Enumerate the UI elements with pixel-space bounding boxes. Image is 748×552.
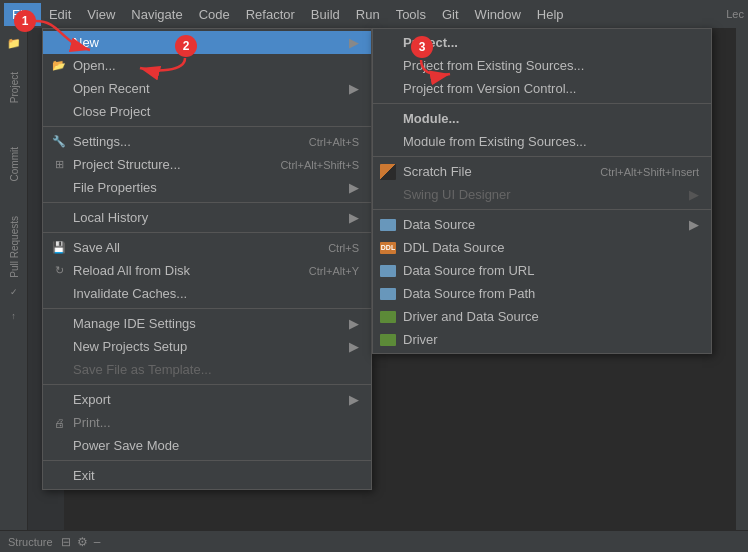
local-history-arrow-icon: ▶	[349, 210, 359, 225]
reload-icon: ↻	[49, 264, 69, 277]
driver-icon	[379, 334, 399, 346]
new-separator-1	[373, 103, 711, 104]
new-menu-driver-and-ds[interactable]: Driver and Data Source	[373, 305, 711, 328]
separator-6	[43, 460, 371, 461]
data-source-url-icon	[379, 265, 399, 277]
manage-ide-arrow-icon: ▶	[349, 316, 359, 331]
file-menu-save-all[interactable]: 💾 Save All Ctrl+S	[43, 236, 371, 259]
file-menu-print[interactable]: 🖨 Print...	[43, 411, 371, 434]
annotation-2: 2	[175, 35, 197, 57]
file-menu-power-save[interactable]: Power Save Mode	[43, 434, 371, 457]
new-menu-project-vcs[interactable]: Project from Version Control...	[373, 77, 711, 100]
open-icon: 📂	[49, 59, 69, 72]
new-menu-module-existing[interactable]: Module from Existing Sources...	[373, 130, 711, 153]
file-menu-file-properties[interactable]: File Properties ▶	[43, 176, 371, 199]
file-props-arrow-icon: ▶	[349, 180, 359, 195]
new-menu-ddl-data-source[interactable]: DDL DDL Data Source	[373, 236, 711, 259]
separator-3	[43, 232, 371, 233]
ddl-data-source-icon: DDL	[379, 242, 399, 254]
data-source-icon	[379, 219, 399, 231]
separator-4	[43, 308, 371, 309]
new-projects-arrow-icon: ▶	[349, 339, 359, 354]
data-source-path-icon	[379, 288, 399, 300]
file-menu-open-recent[interactable]: Open Recent ▶	[43, 77, 371, 100]
new-separator-3	[373, 209, 711, 210]
settings-icon: 🔧	[49, 135, 69, 148]
file-menu-exit[interactable]: Exit	[43, 464, 371, 487]
file-menu-local-history[interactable]: Local History ▶	[43, 206, 371, 229]
save-icon: 💾	[49, 241, 69, 254]
file-menu-open[interactable]: 📂 Open...	[43, 54, 371, 77]
annotation-1: 1	[14, 10, 36, 32]
recent-arrow-icon: ▶	[349, 81, 359, 96]
file-menu-project-structure[interactable]: ⊞ Project Structure... Ctrl+Alt+Shift+S	[43, 153, 371, 176]
new-menu-swing-ui: Swing UI Designer ▶	[373, 183, 711, 206]
new-menu-driver[interactable]: Driver	[373, 328, 711, 351]
new-separator-2	[373, 156, 711, 157]
driver-ds-icon	[379, 311, 399, 323]
separator-1	[43, 126, 371, 127]
new-menu-data-source[interactable]: Data Source ▶	[373, 213, 711, 236]
file-menu-settings[interactable]: 🔧 Settings... Ctrl+Alt+S	[43, 130, 371, 153]
separator-2	[43, 202, 371, 203]
new-arrow-icon: ▶	[349, 35, 359, 50]
new-submenu-dropdown: Project... Project from Existing Sources…	[372, 28, 712, 354]
swing-arrow-icon: ▶	[689, 187, 699, 202]
new-menu-data-source-url[interactable]: Data Source from URL	[373, 259, 711, 282]
scratch-file-icon	[379, 164, 399, 180]
annotation-3: 3	[411, 36, 433, 58]
project-structure-icon: ⊞	[49, 158, 69, 171]
new-menu-data-source-path[interactable]: Data Source from Path	[373, 282, 711, 305]
new-menu-scratch-file[interactable]: Scratch File Ctrl+Alt+Shift+Insert	[373, 160, 711, 183]
file-menu-save-as-template: Save File as Template...	[43, 358, 371, 381]
menu-overlay: New ▶ 📂 Open... Open Recent ▶ Close Proj…	[0, 0, 748, 552]
data-source-arrow-icon: ▶	[689, 217, 699, 232]
file-menu-invalidate[interactable]: Invalidate Caches...	[43, 282, 371, 305]
file-menu-dropdown: New ▶ 📂 Open... Open Recent ▶ Close Proj…	[42, 28, 372, 490]
file-menu-export[interactable]: Export ▶	[43, 388, 371, 411]
new-menu-module[interactable]: Module...	[373, 107, 711, 130]
file-menu-reload[interactable]: ↻ Reload All from Disk Ctrl+Alt+Y	[43, 259, 371, 282]
file-menu-new[interactable]: New ▶	[43, 31, 371, 54]
file-menu-close-project[interactable]: Close Project	[43, 100, 371, 123]
export-arrow-icon: ▶	[349, 392, 359, 407]
print-icon: 🖨	[49, 417, 69, 429]
file-menu-new-projects-setup[interactable]: New Projects Setup ▶	[43, 335, 371, 358]
separator-5	[43, 384, 371, 385]
file-menu-manage-ide[interactable]: Manage IDE Settings ▶	[43, 312, 371, 335]
